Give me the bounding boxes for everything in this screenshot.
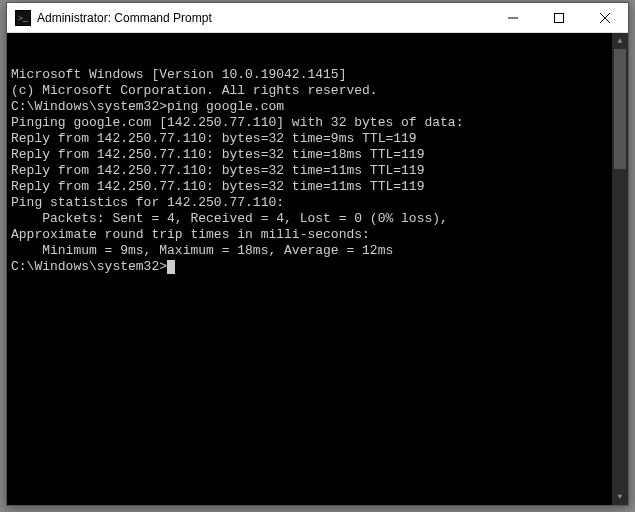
terminal-line: Microsoft Windows [Version 10.0.19042.14…	[11, 67, 624, 83]
terminal-line: Approximate round trip times in milli-se…	[11, 227, 624, 243]
cmd-icon: >_	[15, 10, 31, 26]
svg-text:>_: >_	[18, 13, 28, 23]
minimize-button[interactable]	[490, 3, 536, 32]
scroll-up-arrow[interactable]: ▲	[612, 33, 628, 49]
titlebar[interactable]: >_ Administrator: Command Prompt	[7, 3, 628, 33]
window-title: Administrator: Command Prompt	[37, 11, 490, 25]
command-prompt-window: >_ Administrator: Command Prompt Microso…	[6, 2, 629, 506]
scrollbar-thumb[interactable]	[614, 49, 626, 169]
text-cursor	[167, 260, 175, 274]
terminal-line: Pinging google.com [142.250.77.110] with…	[11, 115, 624, 131]
terminal-line: Minimum = 9ms, Maximum = 18ms, Average =…	[11, 243, 624, 259]
scroll-down-arrow[interactable]: ▼	[612, 489, 628, 505]
terminal-output[interactable]: Microsoft Windows [Version 10.0.19042.14…	[7, 33, 628, 505]
terminal-line: Reply from 142.250.77.110: bytes=32 time…	[11, 147, 624, 163]
terminal-line: Reply from 142.250.77.110: bytes=32 time…	[11, 131, 624, 147]
maximize-button[interactable]	[536, 3, 582, 32]
terminal-line: Reply from 142.250.77.110: bytes=32 time…	[11, 163, 624, 179]
terminal-line: C:\Windows\system32>ping google.com	[11, 99, 624, 115]
terminal-line: Reply from 142.250.77.110: bytes=32 time…	[11, 179, 624, 195]
close-button[interactable]	[582, 3, 628, 32]
terminal-line: C:\Windows\system32>	[11, 259, 624, 275]
terminal-line: Packets: Sent = 4, Received = 4, Lost = …	[11, 211, 624, 227]
svg-rect-4	[555, 13, 564, 22]
terminal-line: (c) Microsoft Corporation. All rights re…	[11, 83, 624, 99]
vertical-scrollbar[interactable]: ▲ ▼	[612, 33, 628, 505]
window-controls	[490, 3, 628, 32]
terminal-line: Ping statistics for 142.250.77.110:	[11, 195, 624, 211]
